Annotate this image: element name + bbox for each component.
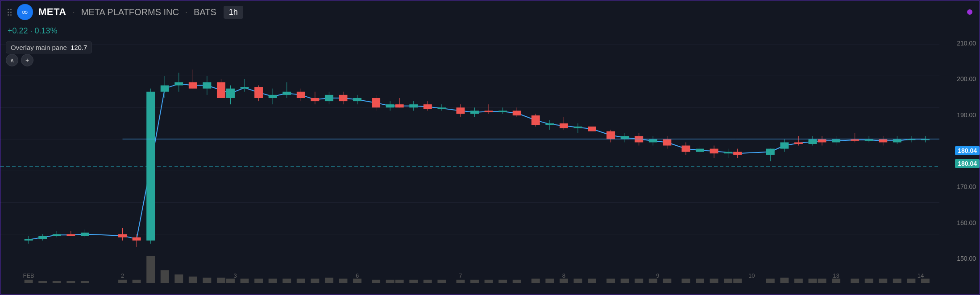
drag-handle[interactable] bbox=[8, 9, 12, 16]
pane-controls: ∧ + bbox=[6, 54, 33, 66]
price-label-190: 190.00 bbox=[957, 111, 976, 119]
company-name: META PLATFORMS INC bbox=[81, 7, 179, 17]
overlay-value: 120.7 bbox=[71, 44, 87, 51]
x-label-6: 6 bbox=[356, 272, 359, 279]
chart-container: ∞ META · META PLATFORMS INC · BATS 1h +0… bbox=[0, 0, 980, 295]
x-label-feb: FEB bbox=[23, 272, 34, 279]
price-label-150: 150.00 bbox=[957, 255, 976, 262]
x-label-14: 14 bbox=[918, 272, 924, 279]
price-label-200: 200.00 bbox=[957, 75, 976, 82]
price-badge-blue: 180.04 bbox=[955, 146, 980, 155]
price-change: +0.22 · 0.13% bbox=[0, 24, 980, 38]
price-dot bbox=[967, 9, 972, 15]
chart-area: Overlay main pane 120.7 ∧ + FEB 2 3 6 7 … bbox=[0, 38, 980, 295]
x-label-9: 9 bbox=[656, 272, 659, 279]
add-indicator-button[interactable]: + bbox=[21, 54, 33, 66]
x-label-8: 8 bbox=[562, 272, 565, 279]
collapse-button[interactable]: ∧ bbox=[6, 54, 18, 66]
price-label-160: 160.00 bbox=[957, 219, 976, 226]
header: ∞ META · META PLATFORMS INC · BATS 1h bbox=[0, 0, 980, 24]
x-label-10: 10 bbox=[748, 272, 755, 279]
price-label-170: 170.00 bbox=[957, 183, 976, 190]
price-label-210: 210.00 bbox=[957, 40, 976, 47]
price-badge-green: 180.04 bbox=[955, 159, 980, 168]
x-label-13: 13 bbox=[833, 272, 839, 279]
exchange-badge: BATS bbox=[194, 7, 216, 17]
meta-logo: ∞ bbox=[17, 4, 33, 20]
x-label-2: 2 bbox=[121, 272, 124, 279]
y-axis: 210.00 200.00 190.00 180.04 180.04 170.0… bbox=[939, 38, 980, 295]
x-label-3: 3 bbox=[233, 272, 237, 279]
ticker-symbol: META bbox=[38, 6, 66, 18]
overlay-label: Overlay main pane 120.7 bbox=[6, 41, 92, 53]
chart-main[interactable]: Overlay main pane 120.7 ∧ + FEB 2 3 6 7 … bbox=[0, 38, 939, 295]
overlay-label-text: Overlay main pane bbox=[11, 44, 67, 51]
x-label-7: 7 bbox=[459, 272, 462, 279]
chart-canvas bbox=[0, 38, 939, 295]
timeframe-badge[interactable]: 1h bbox=[224, 6, 243, 19]
